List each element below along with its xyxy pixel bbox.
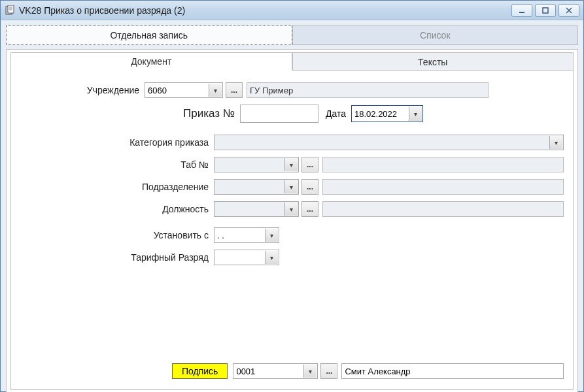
position-combo[interactable]: ▾ — [214, 201, 299, 217]
label-order-no: Приказ № — [20, 107, 240, 120]
date-value: 18.02.2022 — [354, 109, 397, 119]
label-date: Дата — [318, 108, 351, 119]
tab-single-record[interactable]: Отдельная запись — [6, 25, 292, 45]
order-category-select[interactable]: ▾ — [214, 135, 564, 150]
chevron-down-icon[interactable]: ▾ — [284, 180, 298, 193]
row-order-category: Категория приказа ▾ — [20, 135, 564, 150]
minimize-button[interactable] — [511, 4, 532, 17]
row-position: Должность ▾ ... — [20, 201, 564, 217]
tab-list[interactable]: Список — [292, 25, 579, 45]
tab-texts[interactable]: Тексты — [292, 52, 574, 71]
chevron-down-icon[interactable]: ▾ — [409, 106, 422, 121]
chevron-down-icon[interactable]: ▾ — [549, 136, 562, 149]
titlebar: VK28 Приказ о присвоении разряда (2) — [1, 1, 583, 20]
signature-code-value: 0001 — [236, 367, 255, 376]
row-department: Подразделение ▾ ... — [20, 179, 564, 195]
tab-no-name-display — [322, 157, 564, 172]
chevron-down-icon[interactable]: ▾ — [265, 229, 278, 242]
label-tariff-grade: Тарифный Разряд — [20, 252, 214, 263]
content-area: Отдельная запись Список Документ Тексты … — [1, 20, 583, 392]
set-from-value: . . — [217, 231, 224, 240]
row-signature: Подпись 0001 ▾ ... Смит Александр — [20, 363, 564, 379]
department-combo[interactable]: ▾ — [214, 179, 299, 195]
inner-tabs: Документ Тексты — [10, 52, 574, 71]
row-tab-no: Таб № ▾ ... — [20, 157, 564, 172]
tab-no-lookup-button[interactable]: ... — [301, 157, 318, 172]
chevron-down-icon[interactable]: ▾ — [265, 251, 278, 264]
signature-name-display: Смит Александр — [341, 363, 564, 379]
tab-document[interactable]: Документ — [10, 52, 292, 71]
department-name-display — [322, 179, 564, 195]
app-icon — [5, 5, 15, 16]
row-institution: Учреждение 6060 ▾ ... ГУ Пример — [20, 82, 564, 98]
label-tab-no: Таб № — [20, 159, 214, 170]
set-from-date[interactable]: . . ▾ — [214, 227, 279, 243]
close-button[interactable] — [558, 4, 579, 17]
tab-no-combo[interactable]: ▾ — [214, 157, 299, 172]
window-title: VK28 Приказ о присвоении разряда (2) — [19, 5, 511, 16]
row-tariff-grade: Тарифный Разряд ▾ — [20, 250, 564, 265]
svg-rect-1 — [8, 5, 14, 13]
order-no-input[interactable] — [240, 105, 318, 123]
document-form: Учреждение 6060 ▾ ... ГУ Пример Приказ №… — [10, 70, 574, 390]
institution-code-combo[interactable]: 6060 ▾ — [145, 82, 223, 98]
window: VK28 Приказ о присвоении разряда (2) Отд… — [0, 0, 584, 392]
institution-lookup-button[interactable]: ... — [226, 82, 243, 98]
label-order-category: Категория приказа — [20, 137, 214, 148]
department-lookup-button[interactable]: ... — [301, 179, 318, 195]
label-department: Подразделение — [20, 182, 214, 192]
signature-lookup-button[interactable]: ... — [320, 363, 337, 379]
date-input[interactable]: 18.02.2022 ▾ — [351, 105, 423, 122]
row-order-date: Приказ № Дата 18.02.2022 ▾ — [20, 105, 564, 123]
signature-code-combo[interactable]: 0001 ▾ — [233, 363, 318, 379]
row-set-from: Установить с . . ▾ — [20, 227, 564, 243]
institution-code-value: 6060 — [148, 86, 167, 95]
label-position: Должность — [20, 204, 214, 214]
signature-button[interactable]: Подпись — [172, 363, 228, 379]
svg-rect-6 — [543, 8, 548, 13]
chevron-down-icon[interactable]: ▾ — [209, 84, 222, 97]
position-name-display — [322, 201, 564, 217]
chevron-down-icon[interactable]: ▾ — [284, 203, 298, 216]
label-institution: Учреждение — [20, 85, 145, 95]
label-set-from: Установить с — [20, 230, 214, 240]
chevron-down-icon[interactable]: ▾ — [303, 365, 317, 378]
main-panel: Документ Тексты Учреждение 6060 ▾ ... ГУ… — [6, 49, 578, 392]
window-controls — [511, 4, 579, 17]
top-tabs: Отдельная запись Список — [6, 25, 578, 45]
tariff-grade-select[interactable]: ▾ — [214, 250, 279, 265]
chevron-down-icon[interactable]: ▾ — [284, 158, 298, 171]
position-lookup-button[interactable]: ... — [301, 201, 318, 217]
institution-name-display: ГУ Пример — [247, 82, 489, 98]
maximize-button[interactable] — [535, 4, 556, 17]
